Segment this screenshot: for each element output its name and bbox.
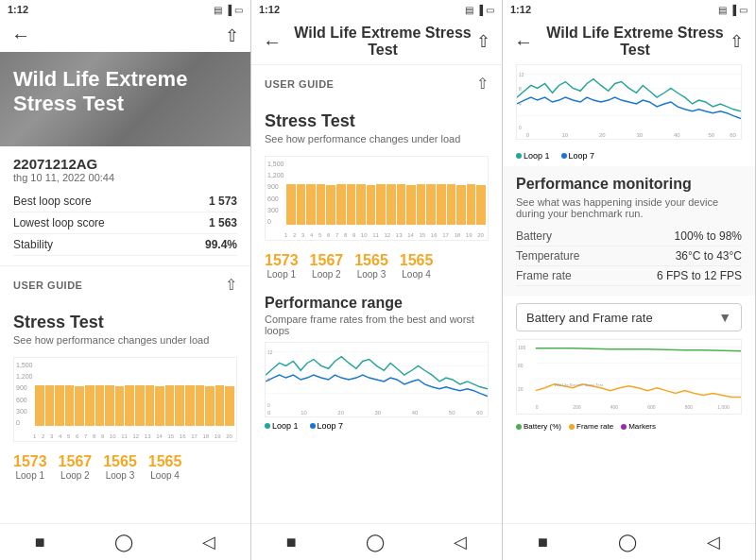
back-triangle-3[interactable]: ◁ [707,532,720,552]
best-loop-row: Best loop score 1 573 [13,191,237,212]
chart-bar [387,184,396,225]
user-guide-share-2[interactable]: ⇧ [476,75,489,93]
best-loop-label: Best loop score [13,195,92,208]
lowest-loop-label: Lowest loop score [13,216,105,229]
battery-legend-label: Battery (%) [524,422,561,431]
stability-value: 99.4% [205,238,237,251]
loop-score-num: 1565 [400,252,434,269]
share-button-2[interactable]: ⇧ [476,31,490,52]
chart-bar [317,184,326,225]
back-button-3[interactable]: ← [514,31,533,53]
circle-button-3[interactable]: ◯ [618,532,637,552]
user-guide-share-1[interactable]: ⇧ [225,276,237,294]
loop-score-item: 1573Loop 1 [265,252,299,280]
temperature-value: 36°C to 43°C [676,249,742,263]
hero-title-1: Wild Life Extreme Stress Test [13,67,237,117]
markers-dot [621,424,627,430]
loop-score-label: Loop 2 [59,470,93,481]
chart-y-2: 1,5001,2009006003000 [266,161,284,225]
chart-bar [45,385,55,426]
panel-2-content: USER GUIDE ⇧ Stress Test See how perform… [251,64,502,523]
svg-text:100: 100 [518,346,525,350]
stability-label: Stability [13,238,53,251]
framerate-value: 6 FPS to 12 FPS [657,269,742,282]
nav-top-3: ← Wild Life Extreme Stress Test ⇧ [503,19,755,64]
line-chart-2: 0 10 20 30 40 50 60 12 6 0 [265,342,489,417]
chart-bar [135,385,145,426]
svg-text:12: 12 [267,350,273,355]
dropdown-arrow-icon: ▼ [718,310,731,325]
perf-range-sub: Compare frame rates from the best and wo… [265,314,489,336]
legend-label-loop7-3: Loop 7 [569,151,595,161]
status-icons-1: ▤ ▐ ▭ [214,5,243,15]
chart-bar [175,385,184,426]
chart-bar [476,185,486,225]
chart-bar [306,184,316,225]
panel2-title: Wild Life Extreme Stress Test [289,25,476,59]
circle-button-2[interactable]: ◯ [366,532,385,552]
perf-range-title: Performance range [265,295,489,312]
loop-score-label: Loop 2 [310,269,344,280]
legend-loop7-3: Loop 7 [561,151,595,161]
home-button-3[interactable]: ■ [538,533,548,552]
svg-text:1,000: 1,000 [717,405,730,410]
markers-legend-label: Markers [628,422,656,431]
chart-bar [205,386,215,426]
dropdown-label: Battery and Frame rate [526,311,653,325]
legend-loop1-3: Loop 1 Loop 1 [516,151,550,161]
battery-row: Battery 100% to 98% [516,227,742,246]
chart-bar [115,386,125,426]
legend-loop7-2: Loop 7 [310,421,344,431]
chart-bar [447,184,456,225]
chart-bar [426,184,436,225]
loop-score-item: 1567Loop 2 [59,453,93,481]
chart-bar [336,184,346,225]
chart-bar [286,184,296,225]
chart-bar [75,386,84,426]
device-id: 22071212AG [13,156,237,172]
dropdown-battery-framerate[interactable]: Battery and Frame rate ▼ [516,303,742,331]
chart-bar [225,386,234,426]
loop-score-num: 1567 [59,453,93,470]
status-time-1: 1:12 [8,4,28,15]
svg-text:0: 0 [267,403,270,408]
framerate-legend-label: Frame rate [576,422,613,431]
chart-bar [347,184,356,225]
svg-text:50: 50 [449,410,455,416]
share-button-3[interactable]: ⇧ [730,31,744,52]
battery-dot [516,424,522,430]
loop-score-item: 1567Loop 2 [310,252,344,280]
chart-bar [456,185,466,225]
svg-text:40: 40 [412,410,419,416]
line-chart-legend-2: Loop 1 Loop 7 [265,417,489,434]
loop-score-num: 1565 [354,252,388,269]
back-button-2[interactable]: ← [263,31,282,53]
signal-icon-1: ▐ [225,5,232,15]
battery-icon-3: ▭ [739,5,747,15]
loop-score-label: Loop 4 [148,470,182,481]
share-button-1[interactable]: ⇧ [225,25,239,46]
back-triangle-1[interactable]: ◁ [202,532,215,552]
home-button-1[interactable]: ■ [35,533,45,552]
loop-score-label: Loop 1 [265,269,299,280]
svg-text:0: 0 [267,410,271,416]
back-button-1[interactable]: ← [11,25,30,46]
temperature-label: Temperature [516,249,579,263]
circle-button-1[interactable]: ◯ [114,532,133,552]
bottom-nav-2: ■ ◯ ◁ [251,523,502,560]
home-button-2[interactable]: ■ [286,533,297,552]
svg-text:600: 600 [647,405,655,410]
chart-bar [85,385,94,426]
panel-3: 1:12 ▤ ▐ ▭ ← Wild Life Extreme Stress Te… [503,0,756,560]
chart-bar [397,184,406,225]
legend-dot-loop7-3 [561,153,567,159]
perf-range-section: Performance range Compare frame rates fr… [251,287,502,442]
back-triangle-2[interactable]: ◁ [454,532,467,552]
svg-text:60: 60 [476,410,483,416]
framerate-svg-3: 12 8 4 0 0 10 20 30 40 50 60 [517,65,741,139]
chart-bar [406,185,416,225]
device-date: thg 10 11, 2022 00:44 [13,172,237,183]
perf-monitoring-title: Performance monitoring [516,176,742,193]
stress-test-title-1: Stress Test [0,303,250,334]
stress-test-sub-2: See how performance changes under load [251,133,502,152]
